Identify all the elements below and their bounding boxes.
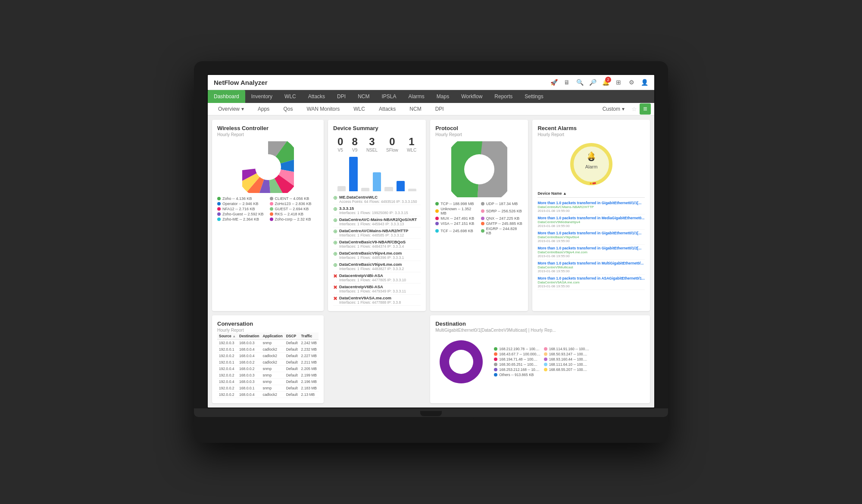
table-row[interactable]: 192.0.0.2168.0.0.4cadlock2Default2.13 MB (217, 392, 319, 398)
subnav-dpi[interactable]: DPI (428, 103, 451, 115)
subnav-wan-monitors[interactable]: WAN Monitors (300, 103, 347, 115)
subnav-wlc[interactable]: WLC (347, 103, 372, 115)
col-dscp[interactable]: DSCP (284, 333, 300, 340)
table-row[interactable]: 192.0.0.1168.0.0.4cadlock2Default2.232 M… (217, 346, 319, 353)
legend-item: 168.253.212.168 -- 10.... (494, 367, 540, 372)
svg-point-13 (464, 154, 494, 184)
col-traffic[interactable]: Traffic (300, 333, 319, 340)
nav-ncm[interactable]: NCM (352, 90, 375, 103)
svg-point-21 (449, 350, 473, 374)
nav-alarms[interactable]: Alarms (402, 90, 430, 103)
alarm-item[interactable]: More than 1.0 packets transferred in Gig… (537, 199, 645, 215)
device-item[interactable]: ✖ DataCentreV9ASA.me.com Interfaces: 1 F… (333, 295, 421, 306)
destination-card: Destination MultiGigabitEthernet0/1[Data… (430, 315, 650, 403)
alarm-item[interactable]: More than 1.0 packets transferred in ASA… (537, 275, 645, 290)
device-item[interactable]: ⊕ DataCentreAVCMains-NBAR2/HTTP Interfac… (333, 227, 421, 239)
table-row[interactable]: 192.0.0.2168.0.0.1snmpDefault2.183 MB (217, 385, 319, 392)
legend-item: QNX -- 247.225 KB (481, 216, 523, 221)
device-item[interactable]: ⊕ DataCentreAVC-Mains-NBAR2/QoS/ART Inte… (333, 216, 421, 227)
legend-label: GUEST -- 2.694 KB (275, 207, 309, 211)
magnify-icon[interactable]: 🔎 (589, 78, 597, 86)
alarm-item[interactable]: More than 1.0 packets transferred in Med… (537, 215, 645, 230)
alarms-subtitle: Hourly Report (537, 132, 645, 137)
legend-item: Unknown -- 1.352 MB (435, 207, 478, 215)
nav-wlc[interactable]: WLC (278, 90, 302, 103)
device-item[interactable]: ⊕ DataCentreBasicV9ipv4.me.com Interface… (333, 250, 421, 261)
nav-reports[interactable]: Reports (488, 90, 518, 103)
stat-v5: 0 V5 (337, 136, 343, 152)
col-source[interactable]: Source ▲ (217, 333, 237, 340)
table-row[interactable]: 192.0.0.4168.0.0.2snmpDefault2.205 MB (217, 366, 319, 372)
legend-item: UDP -- 187.34 MB (481, 202, 523, 206)
device-stats: 0 V5 8 V9 3 NSEL 0 SFlow (333, 136, 421, 152)
legend-label: RKS -- 2.418 KB (275, 212, 304, 216)
alarm-donut-chart: 8 Alarm 🔔 (537, 140, 645, 188)
legend-item: 168.111.64.10 -- 100.... (544, 362, 590, 367)
bar-2 (349, 157, 357, 191)
user-icon[interactable]: 👤 (640, 78, 648, 86)
stat-v9: 8 V9 (352, 136, 357, 152)
device-item[interactable]: ✖ DatacentreIpV6Bi-ASA Interfaces: 1 Flo… (333, 283, 421, 295)
legend-label: Zoho -- 4.136 KB (222, 196, 252, 201)
monitor-icon[interactable]: 🖥 (563, 78, 571, 86)
subnav-apps[interactable]: Apps (251, 103, 276, 115)
subnav-ncm[interactable]: NCM (403, 103, 428, 115)
table-row[interactable]: 192.0.0.2168.0.0.3snmpDefault2.199 MB (217, 372, 319, 379)
star-icon[interactable]: ☆ (629, 106, 640, 112)
search-small-icon[interactable]: 🔍 (576, 78, 584, 86)
device-item[interactable]: ⊕ 3.3.3.15 Interfaces: 1 Flows: 19925080… (333, 205, 421, 216)
device-item[interactable]: ⊕ DataCentreBasicV9-NBAR/CBQoS Interface… (333, 239, 421, 250)
gear-icon[interactable]: ⚙ (628, 78, 635, 86)
legend-item: Zoho-ME -- 2.364 KB (217, 217, 266, 221)
main-content: Wireless Controller Hourly Report (208, 115, 654, 408)
subnav-custom[interactable]: Custom ▾ (598, 103, 629, 115)
status-icon-red: ✖ (333, 273, 337, 279)
col-application[interactable]: Application (261, 333, 284, 340)
device-item[interactable]: ✖ DatacentreIpV4Bi-ASA Interfaces: 1 Flo… (333, 272, 421, 283)
alarm-item[interactable]: More than 1.0 packets transferred in Gig… (537, 230, 645, 245)
conv-subtitle: Hourly Report (217, 328, 319, 333)
chevron-down-icon: ▾ (241, 106, 244, 112)
stat-wlc-label: WLC (407, 148, 416, 152)
alarm-item[interactable]: More than 1.0 packets transferred in Mul… (537, 260, 645, 275)
svg-point-10 (255, 154, 281, 180)
device-item[interactable]: ⊕ DataCentreBasicV9ipv6.me.com Interface… (333, 261, 421, 272)
subnav-overview[interactable]: Overview ▾ (211, 103, 251, 115)
rocket-icon[interactable]: 🚀 (550, 78, 558, 86)
stat-nsel-value: 3 (366, 136, 378, 148)
nav-attacks[interactable]: Attacks (302, 90, 331, 103)
subnav-qos[interactable]: Qos (276, 103, 300, 115)
legend-label: CLIENT -- 4.056 KB (275, 196, 309, 201)
nav-workflow[interactable]: Workflow (455, 90, 488, 103)
legend-label: ZoHo123 -- 2.836 KB (275, 202, 312, 206)
legend-item: 168.194.71.48 -- 100.... (494, 357, 540, 361)
proto-title: Protocol (435, 125, 523, 131)
table-row[interactable]: 192.0.0.4168.0.0.3snmpDefault2.196 MB (217, 379, 319, 385)
nav-settings[interactable]: Settings (518, 90, 549, 103)
legend-item: Zoho -- 4.136 KB (217, 196, 266, 201)
legend-item: TCF -- 245.698 KB (435, 227, 478, 235)
legend-item: Others -- 913.865 KB (494, 373, 540, 377)
alarm-item[interactable]: More than 1.0 packets transferred in Gig… (537, 245, 645, 260)
stat-sflow-label: SFlow (386, 148, 398, 152)
wc-subtitle: Hourly Report (217, 132, 319, 137)
nav-dashboard[interactable]: Dashboard (208, 90, 245, 103)
table-row[interactable]: 192.0.0.2168.0.0.4cadlock2Default2.227 M… (217, 353, 319, 359)
green-menu-button[interactable]: ≡ (640, 103, 651, 115)
legend-item: Operator -- 2.946 KB (217, 202, 266, 206)
notification-bell[interactable]: 🔔 2 (602, 78, 609, 86)
table-row[interactable]: 192.0.0.3168.0.0.3snmpDefault2.242 MB (217, 340, 319, 346)
nav-maps[interactable]: Maps (431, 90, 455, 103)
subnav-attacks[interactable]: Attacks (372, 103, 403, 115)
recent-alarms-card: Recent Alarms Hourly Report 8 Alarm 🔔 De… (532, 120, 650, 311)
stat-wlc: 1 WLC (407, 136, 416, 152)
stat-v5-value: 0 (337, 136, 343, 148)
col-destination[interactable]: Destination (237, 333, 261, 340)
status-icon-green: ⊕ (333, 228, 337, 234)
grid-icon[interactable]: ⊞ (615, 78, 622, 86)
table-row[interactable]: 192.0.0.1168.0.0.2cadlock2Default2.211 M… (217, 359, 319, 366)
nav-ipsla[interactable]: IPSLA (375, 90, 402, 103)
device-item[interactable]: ⊕ ME.DataCentreWLC Access Points: 64 Flo… (333, 194, 421, 205)
nav-inventory[interactable]: Inventory (245, 90, 278, 103)
nav-dpi[interactable]: DPI (331, 90, 352, 103)
